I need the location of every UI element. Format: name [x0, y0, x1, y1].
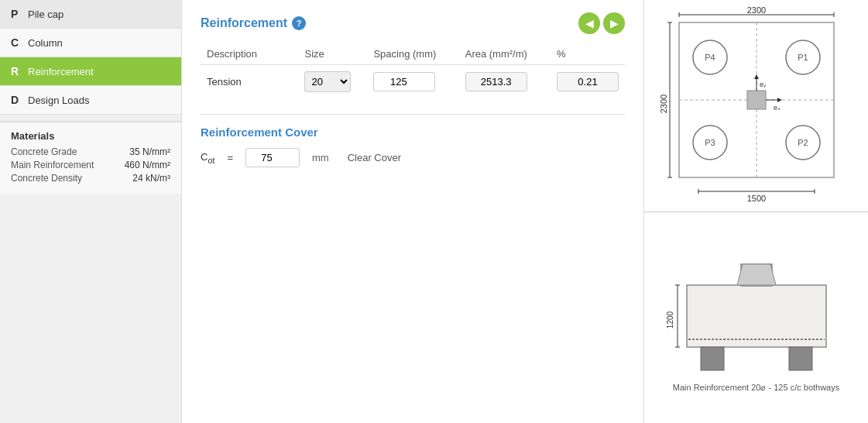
td-pct	[551, 65, 625, 99]
section-title: Reinforcement	[201, 16, 287, 30]
mat-value: 24 kN/m³	[132, 173, 170, 184]
pct-input	[557, 72, 619, 91]
section-height-label: 1200	[666, 311, 674, 328]
th-spacing: Spacing (mm)	[367, 43, 458, 65]
nav-arrows: ◀ ▶	[578, 12, 625, 34]
pile-p2: P2	[798, 138, 808, 147]
cover-unit: mm	[312, 152, 329, 163]
diagram-top: 2300 2300 P4 P1 P3 P2	[644, 0, 868, 212]
dim-bottom-label: 1500	[746, 194, 765, 203]
main-content: Reinforcement ? ◀ ▶ Description Size Spa…	[182, 0, 643, 423]
th-description: Description	[201, 43, 298, 65]
mat-row: Concrete Grade35 N/mm²	[11, 146, 170, 157]
dim-top-label: 2300	[746, 7, 765, 15]
svg-rect-19	[687, 285, 826, 347]
td-area	[459, 65, 551, 99]
right-panel: 2300 2300 P4 P1 P3 P2	[643, 0, 868, 423]
pile-p4: P4	[705, 53, 715, 62]
cover-row: Cot = mm Clear Cover	[201, 148, 625, 167]
section-header: Reinforcement ? ◀ ▶	[201, 12, 625, 34]
th-size: Size	[298, 43, 367, 65]
svg-rect-23	[789, 347, 812, 370]
cover-equals: =	[227, 152, 233, 163]
sidebar-label: Design Loads	[28, 95, 90, 106]
mat-row: Main Reinforcement460 N/mm²	[11, 160, 170, 170]
table-row: Tension 16 20 25 32	[201, 65, 625, 99]
svg-marker-21	[737, 264, 776, 285]
sidebar-item-reinforcement[interactable]: RReinforcement	[0, 57, 181, 86]
sidebar-letter: R	[11, 65, 28, 77]
cover-description: Clear Cover	[348, 152, 401, 163]
th-area: Area (mm²/m)	[459, 43, 551, 65]
sidebar-letter: C	[11, 36, 28, 49]
cover-label: Cot	[201, 151, 214, 165]
reinforcement-table: Description Size Spacing (mm) Area (mm²/…	[201, 43, 625, 98]
mat-value: 460 N/mm²	[125, 160, 170, 170]
section-diagram: 1200	[664, 242, 849, 378]
diagram-caption: Main Reinforcement 20⌀ - 125 c/c bothway…	[673, 383, 840, 393]
size-select[interactable]: 16 20 25 32	[304, 71, 351, 92]
cover-sub: ot	[208, 155, 214, 164]
cover-input[interactable]	[245, 148, 300, 167]
sidebar-item-column[interactable]: CColumn	[0, 29, 181, 57]
area-input	[465, 72, 527, 91]
materials-title: Materials	[11, 130, 170, 142]
materials-box: Materials Concrete Grade35 N/mm²Main Rei…	[0, 121, 181, 194]
mat-row: Concrete Density24 kN/m³	[11, 173, 170, 184]
ex-label: eₓ	[774, 104, 781, 112]
sidebar-label: Reinforcement	[28, 66, 94, 77]
next-button[interactable]: ▶	[603, 12, 625, 34]
help-icon[interactable]: ?	[292, 16, 306, 30]
mat-value: 35 N/mm²	[129, 146, 170, 157]
sidebar: PPile capCColumnRReinforcementDDesign Lo…	[0, 0, 182, 423]
sidebar-item-pile-cap[interactable]: PPile cap	[0, 0, 181, 29]
sidebar-label: Pile cap	[28, 9, 63, 20]
svg-rect-22	[701, 347, 724, 370]
pile-cap-diagram: 2300 2300 P4 P1 P3 P2	[656, 7, 857, 205]
mat-label: Main Reinforcement	[11, 160, 94, 170]
sidebar-item-design-loads[interactable]: DDesign Loads	[0, 86, 181, 115]
mat-label: Concrete Grade	[11, 146, 77, 157]
spacing-input[interactable]	[373, 72, 435, 91]
sidebar-letter: P	[11, 8, 28, 20]
ey-label: eᵧ	[760, 81, 767, 88]
td-size: 16 20 25 32	[298, 65, 367, 99]
dim-left-label: 2300	[659, 95, 668, 113]
th-pct: %	[551, 43, 625, 65]
svg-rect-13	[747, 91, 766, 109]
pile-p1: P1	[798, 53, 808, 62]
td-description: Tension	[201, 65, 298, 99]
diagram-bottom: 1200 Main Reinforcement 20⌀ - 125 c/c bo…	[644, 212, 868, 424]
cover-title: Reinforcement Cover	[201, 114, 625, 139]
sidebar-label: Column	[28, 37, 63, 49]
sidebar-letter: D	[11, 94, 28, 106]
td-spacing	[367, 65, 458, 99]
prev-button[interactable]: ◀	[578, 12, 600, 34]
pile-p3: P3	[705, 138, 715, 147]
mat-label: Concrete Density	[11, 173, 82, 184]
